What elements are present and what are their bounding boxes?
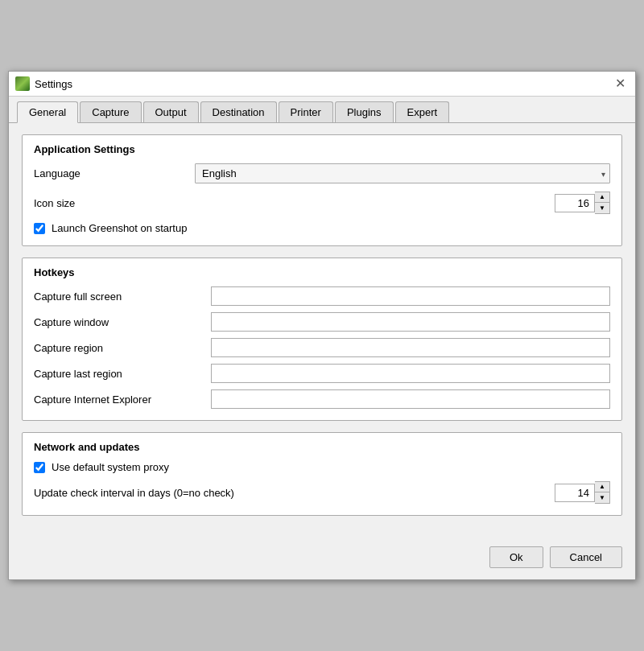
settings-window: Settings ✕ General Capture Output Destin…: [8, 71, 636, 580]
language-label: Language: [34, 167, 195, 179]
tab-plugins[interactable]: Plugins: [335, 101, 394, 122]
hotkey-input-2[interactable]: [211, 338, 610, 357]
language-row: Language English German French Spanish D…: [34, 163, 610, 183]
launch-checkbox-row: Launch Greenshot on startup: [34, 222, 610, 234]
hotkey-row-3: Capture last region: [34, 364, 610, 383]
icon-size-down-button[interactable]: ▼: [595, 203, 609, 213]
update-interval-up-button[interactable]: ▲: [595, 482, 609, 492]
proxy-checkbox[interactable]: [34, 462, 45, 473]
tab-output[interactable]: Output: [143, 101, 199, 122]
footer: Ok Cancel: [9, 538, 635, 579]
window-title: Settings: [35, 78, 72, 90]
update-interval-input[interactable]: [555, 484, 595, 502]
launch-checkbox[interactable]: [34, 223, 45, 234]
hotkey-label-4: Capture Internet Explorer: [34, 393, 211, 406]
hotkey-label-0: Capture full screen: [34, 290, 211, 303]
greenshot-icon: [15, 76, 30, 91]
tab-capture[interactable]: Capture: [80, 101, 141, 122]
tab-expert[interactable]: Expert: [395, 101, 450, 122]
application-settings-title: Application Settings: [34, 143, 610, 155]
tab-general[interactable]: General: [17, 101, 78, 123]
tab-bar: General Capture Output Destination Print…: [9, 97, 635, 123]
tab-destination[interactable]: Destination: [200, 101, 277, 122]
proxy-label[interactable]: Use default system proxy: [52, 461, 169, 473]
ok-button[interactable]: Ok: [489, 546, 543, 568]
icon-size-up-button[interactable]: ▲: [595, 192, 609, 203]
icon-size-row: Icon size ▲ ▼: [34, 192, 610, 214]
network-title: Network and updates: [34, 441, 610, 453]
icon-size-spinner: ▲ ▼: [555, 192, 610, 214]
hotkey-row-2: Capture region: [34, 338, 610, 357]
language-select-wrapper: English German French Spanish Dutch ▾: [195, 163, 610, 183]
update-interval-spinner-buttons: ▲ ▼: [595, 481, 610, 504]
proxy-checkbox-row: Use default system proxy: [34, 461, 610, 473]
hotkey-input-3[interactable]: [211, 364, 610, 383]
hotkey-row-1: Capture window: [34, 312, 610, 332]
hotkeys-section: Hotkeys Capture full screen Capture wind…: [22, 258, 622, 421]
update-label: Update check interval in days (0=no chec…: [34, 487, 555, 499]
hotkey-input-1[interactable]: [211, 312, 610, 332]
hotkey-label-1: Capture window: [34, 316, 211, 328]
tab-printer[interactable]: Printer: [279, 101, 333, 122]
close-button[interactable]: ✕: [612, 77, 629, 90]
hotkey-label-3: Capture last region: [34, 368, 211, 380]
hotkey-input-0[interactable]: [211, 286, 610, 306]
hotkey-input-4[interactable]: [211, 389, 610, 409]
update-interval-down-button[interactable]: ▼: [595, 492, 609, 503]
launch-label[interactable]: Launch Greenshot on startup: [52, 222, 187, 234]
language-select[interactable]: English German French Spanish Dutch: [195, 163, 610, 183]
cancel-button[interactable]: Cancel: [550, 546, 622, 568]
network-section: Network and updates Use default system p…: [22, 432, 622, 516]
update-interval-spinner: ▲ ▼: [555, 481, 610, 504]
update-row: Update check interval in days (0=no chec…: [34, 481, 610, 504]
icon-size-label: Icon size: [34, 197, 195, 209]
title-bar-left: Settings: [15, 76, 72, 91]
icon-size-input[interactable]: [555, 194, 595, 212]
hotkey-row-4: Capture Internet Explorer: [34, 389, 610, 409]
hotkey-label-2: Capture region: [34, 342, 211, 354]
hotkey-row-0: Capture full screen: [34, 286, 610, 306]
icon-size-spinner-buttons: ▲ ▼: [595, 192, 610, 214]
application-settings-section: Application Settings Language English Ge…: [22, 134, 622, 246]
main-content: Application Settings Language English Ge…: [9, 123, 635, 538]
hotkeys-title: Hotkeys: [34, 266, 610, 278]
title-bar: Settings ✕: [9, 72, 635, 97]
